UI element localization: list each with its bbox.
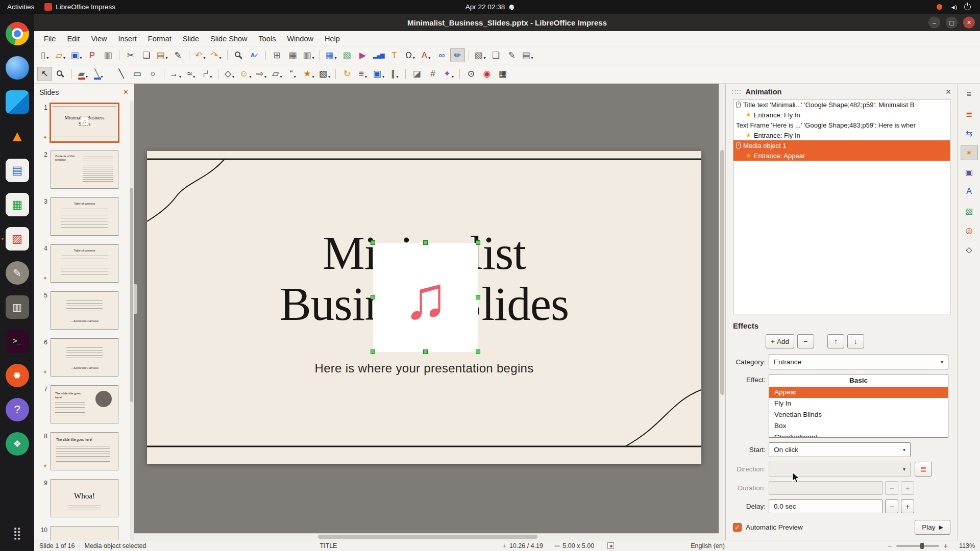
- distribution-button[interactable]: ∥ ▾: [387, 67, 402, 81]
- slide-layout-button[interactable]: ▤ ▾: [520, 48, 535, 62]
- basic-shapes-button[interactable]: ◇ ▾: [222, 67, 237, 81]
- deck-styles[interactable]: A: [961, 184, 978, 199]
- zoom-slider-thumb[interactable]: [920, 543, 924, 549]
- animation-list-item[interactable]: ★ Entrance: Fly In: [733, 110, 950, 120]
- edit-points-button[interactable]: ⊙ ▾: [463, 67, 478, 81]
- curves-polygons-button[interactable]: ≈ ▾: [184, 67, 199, 81]
- arrange-button[interactable]: ▣ ▾: [371, 67, 386, 81]
- menu-window[interactable]: Window: [281, 33, 319, 45]
- fill-color-button[interactable]: ▰ ▾: [76, 67, 90, 81]
- show-draw-functions-button[interactable]: ✏ ▾: [450, 48, 465, 62]
- animation-list-item[interactable]: ★ Entrance: Appear: [733, 151, 950, 161]
- zoom-out-button[interactable]: −: [888, 542, 892, 550]
- snap-guides-button[interactable]: ▦ ▾: [285, 48, 300, 62]
- slide-thumbnail[interactable]: Table of contents: [51, 244, 118, 283]
- zoom-tool-button[interactable]: ▾: [53, 67, 68, 81]
- effect-option[interactable]: Venetian Blinds: [769, 409, 948, 420]
- 3d-objects-button[interactable]: ▧ ▾: [317, 67, 332, 81]
- print-button[interactable]: ▥ ▾: [101, 48, 115, 62]
- clone-formatting-button[interactable]: ✎ ▾: [170, 48, 185, 62]
- move-effect-up-button[interactable]: ↑: [827, 334, 844, 348]
- effect-option[interactable]: Box: [769, 420, 948, 432]
- slide-editing-area[interactable]: Minimalist Business Slides Here is where…: [147, 151, 701, 464]
- close-animation-panel-button[interactable]: ✕: [945, 88, 951, 96]
- deck-gallery[interactable]: ▧: [961, 203, 978, 218]
- slides-panel-scrollbar-thumb[interactable]: [130, 188, 133, 402]
- insert-image-button[interactable]: ▧ ▾: [339, 48, 354, 62]
- system-indicators[interactable]: ◄): [937, 4, 980, 10]
- insert-chart-button[interactable]: ▂▄▆ ▾: [371, 48, 386, 62]
- dock-files[interactable]: ▥: [6, 295, 29, 319]
- align-objects-button[interactable]: ≡ ▾: [355, 67, 370, 81]
- slides-panel-scrollbar[interactable]: [130, 101, 134, 540]
- zoom-in-button[interactable]: +: [944, 542, 948, 550]
- slide-subtitle[interactable]: Here is where your presentation begins: [147, 361, 701, 375]
- vertical-scrollbar[interactable]: [719, 84, 725, 533]
- menu-help[interactable]: Help: [319, 33, 346, 45]
- selection-handle[interactable]: [423, 349, 428, 354]
- effect-option[interactable]: Appear: [769, 387, 948, 398]
- animation-list-item[interactable]: ★ Media object 1: [733, 140, 950, 151]
- menu-insert[interactable]: Insert: [113, 33, 142, 45]
- new-slide-button[interactable]: ▧ ▾: [473, 48, 487, 62]
- block-arrows-button[interactable]: ⇨ ▾: [254, 67, 268, 81]
- select-tool-button[interactable]: ↖ ▾: [37, 67, 52, 81]
- star-shapes-button[interactable]: ★ ▾: [301, 67, 316, 81]
- line-color-button[interactable]: ╲ ▾: [91, 67, 106, 81]
- menu-edit[interactable]: Edit: [61, 33, 85, 45]
- animation-list-item[interactable]: ★ Title text 'Minimali...' 'Google Shape…: [733, 99, 950, 110]
- selection-handle[interactable]: [371, 240, 375, 245]
- connectors-button[interactable]: ┌┘ ▾: [200, 67, 214, 81]
- title-bar[interactable]: Minimalist_Business_Slides.pptx - LibreO…: [34, 14, 980, 31]
- paste-button[interactable]: ▤ ▾: [155, 48, 169, 62]
- language-status[interactable]: English (en): [691, 542, 725, 549]
- move-effect-down-button[interactable]: ↓: [847, 334, 864, 348]
- close-slides-panel-button[interactable]: ✕: [123, 88, 129, 96]
- dock-impress[interactable]: ▨: [6, 227, 29, 251]
- slide-thumbnail[interactable]: Whoa!: [51, 479, 118, 517]
- maximize-button[interactable]: ▢: [946, 17, 958, 29]
- rename-slide-button[interactable]: ✎ ▾: [504, 48, 519, 62]
- menu-file[interactable]: File: [38, 33, 61, 45]
- play-button[interactable]: Play ▶: [915, 520, 950, 535]
- symbol-shapes-button[interactable]: ☺ ▾: [238, 67, 253, 81]
- glue-points-button[interactable]: ◉ ▾: [479, 67, 494, 81]
- selection-handle[interactable]: [423, 240, 428, 245]
- dock-terminal[interactable]: >_: [6, 330, 29, 353]
- slide-canvas[interactable]: Minimalist Business Slides Here is where…: [134, 84, 725, 540]
- insert-fontwork-button[interactable]: A ▾: [419, 48, 433, 62]
- slide-thumbnail[interactable]: ♫ Minimalist Business Slides: [51, 104, 118, 142]
- horizontal-scrollbar[interactable]: [134, 533, 719, 540]
- clock-button[interactable]: Apr 22 02:38: [465, 3, 514, 11]
- slide-thumbnail[interactable]: Table of contents: [51, 197, 118, 236]
- deck-slide-transition[interactable]: ⇆: [961, 126, 978, 141]
- insert-special-character-button[interactable]: Ω ▾: [403, 48, 418, 62]
- delay-field[interactable]: 0.0 sec: [769, 499, 883, 513]
- remove-effect-button[interactable]: −: [797, 334, 814, 348]
- open-file-button[interactable]: ▱ ▾: [53, 48, 68, 62]
- menu-format[interactable]: Format: [142, 33, 177, 45]
- duplicate-slide-button[interactable]: ❑ ▾: [488, 48, 503, 62]
- undo-button[interactable]: ↶ ▾: [193, 48, 208, 62]
- dock-show-apps[interactable]: ⣿: [6, 521, 29, 545]
- deck-navigator[interactable]: ◎: [961, 222, 978, 238]
- selection-handle[interactable]: [371, 295, 375, 299]
- new-document-button[interactable]: ▯ ▾: [37, 48, 52, 62]
- insert-media-button[interactable]: ▶ ▾: [355, 48, 370, 62]
- zoom-percentage[interactable]: 113%: [952, 542, 975, 549]
- minimize-button[interactable]: –: [928, 17, 940, 29]
- cut-button[interactable]: ✂ ▾: [123, 48, 138, 62]
- category-select[interactable]: Entrance ▾: [769, 355, 948, 369]
- slide-thumbnail[interactable]: The slide title goes here!: [51, 385, 118, 423]
- delay-increase-button[interactable]: +: [901, 499, 914, 513]
- deck-animation[interactable]: ✶: [961, 145, 978, 160]
- selection-handle[interactable]: [371, 349, 375, 354]
- add-effect-button[interactable]: + Add: [766, 334, 794, 348]
- app-menu-button[interactable]: LibreOffice Impress: [44, 3, 115, 11]
- dock-writer[interactable]: ▤: [6, 159, 29, 182]
- effect-options-button[interactable]: ≣: [915, 462, 932, 477]
- dock-help[interactable]: ?: [6, 398, 29, 421]
- deck-master-slides[interactable]: ▣: [961, 164, 978, 180]
- dock-vlc[interactable]: ▲: [6, 124, 29, 148]
- flowchart-shapes-button[interactable]: ▱ ▾: [270, 67, 284, 81]
